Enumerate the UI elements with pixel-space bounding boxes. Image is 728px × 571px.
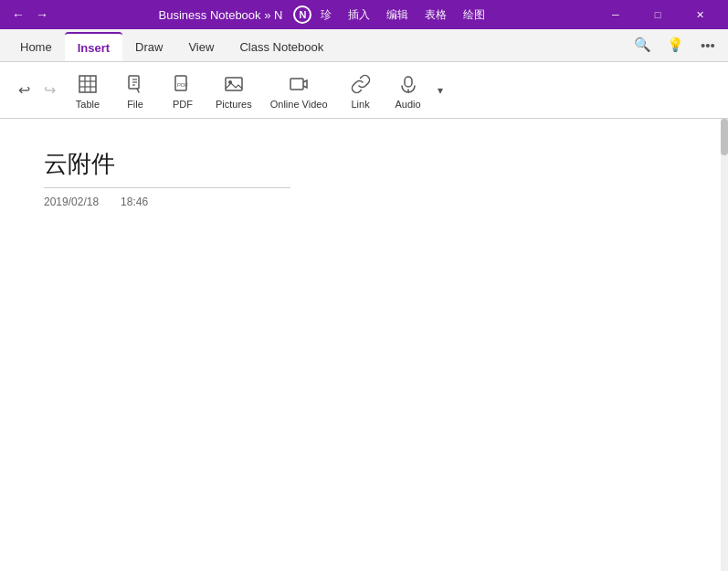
toolbar-table[interactable]: Table: [66, 68, 110, 113]
toolbar-audio[interactable]: Audio: [386, 68, 430, 113]
forward-button[interactable]: →: [31, 4, 53, 26]
audio-icon: [398, 71, 418, 97]
svg-rect-0: [79, 76, 96, 92]
back-button[interactable]: ←: [7, 4, 29, 26]
nav-buttons: ← →: [7, 4, 53, 26]
page-content[interactable]: 云附件 2019/02/18 18:46: [0, 119, 728, 571]
table-label: Table: [76, 99, 100, 110]
toolbar-pdf[interactable]: PDF PDF: [161, 68, 205, 113]
page-title: 云附件: [44, 148, 684, 180]
ribbon-right-buttons: 🔍 💡 •••: [629, 32, 721, 61]
scrollbar-thumb[interactable]: [721, 119, 728, 155]
tab-home[interactable]: Home: [7, 32, 65, 61]
page-meta: 2019/02/18 18:46: [44, 196, 684, 208]
pdf-label: PDF: [173, 99, 193, 110]
tab-draw[interactable]: Draw: [122, 32, 175, 61]
toolbar-more-button[interactable]: ▾: [434, 80, 447, 100]
pictures-icon: [224, 71, 244, 97]
toolbar-online-video[interactable]: Online Video: [263, 68, 335, 113]
chevron-down-icon: ▾: [438, 84, 443, 97]
ribbon-tabs: Home Insert Draw View Class Notebook 🔍 💡…: [0, 29, 728, 62]
online-video-icon: [289, 71, 309, 97]
tab-classnotebook[interactable]: Class Notebook: [227, 32, 336, 61]
scrollbar-track[interactable]: [721, 119, 728, 571]
tab-view[interactable]: View: [175, 32, 227, 61]
undo-redo-group: ↩ ↪: [11, 78, 62, 103]
file-icon: [125, 71, 145, 97]
app-icon-circle: N: [293, 5, 311, 24]
title-bar-center: Business Notebook » N N 珍 插入 编辑 表格 绘图: [53, 5, 595, 25]
menu-item-zhen[interactable]: 珍: [317, 5, 335, 25]
app-title: Business Notebook » N: [159, 8, 283, 22]
menu-item-insert[interactable]: 插入: [344, 5, 374, 25]
search-button[interactable]: 🔍: [629, 32, 655, 58]
title-bar-left: ← →: [7, 4, 53, 26]
page-date: 2019/02/18: [44, 196, 99, 208]
online-video-label: Online Video: [270, 99, 328, 110]
file-label: File: [127, 99, 143, 110]
svg-rect-11: [226, 78, 242, 90]
toolbar-link[interactable]: Link: [339, 68, 383, 113]
svg-rect-14: [405, 77, 412, 87]
tab-insert[interactable]: Insert: [65, 32, 122, 61]
menu-item-edit[interactable]: 编辑: [383, 5, 412, 25]
lighting-button[interactable]: 💡: [662, 32, 688, 58]
toolbar-file[interactable]: File: [113, 68, 157, 113]
close-button[interactable]: ✕: [679, 0, 721, 29]
menu-item-draw[interactable]: 绘图: [459, 5, 489, 25]
page-divider: [44, 187, 290, 188]
table-icon: [78, 71, 98, 97]
audio-label: Audio: [395, 99, 420, 110]
svg-text:PDF: PDF: [177, 82, 188, 88]
restore-button[interactable]: □: [637, 0, 679, 29]
menu-item-table[interactable]: 表格: [421, 5, 450, 25]
svg-rect-13: [290, 79, 303, 90]
pdf-icon: PDF: [173, 71, 193, 97]
context-menu: 珍 插入 编辑 表格 绘图: [317, 5, 489, 25]
title-bar: ← → Business Notebook » N N 珍 插入 编辑 表格 绘…: [0, 0, 728, 29]
link-label: Link: [351, 99, 369, 110]
more-options-button[interactable]: •••: [695, 32, 721, 58]
minimize-button[interactable]: ─: [595, 0, 637, 29]
redo-button[interactable]: ↪: [37, 78, 62, 103]
page-time: 18:46: [121, 196, 148, 208]
undo-button[interactable]: ↩: [11, 78, 37, 103]
ribbon-toolbar: ↩ ↪ Table File: [0, 62, 728, 119]
window-controls: ─ □ ✕: [595, 0, 721, 29]
link-icon: [351, 71, 371, 97]
toolbar-pictures[interactable]: Pictures: [208, 68, 259, 113]
content-area: 云附件 2019/02/18 18:46: [0, 119, 728, 571]
pictures-label: Pictures: [216, 99, 252, 110]
